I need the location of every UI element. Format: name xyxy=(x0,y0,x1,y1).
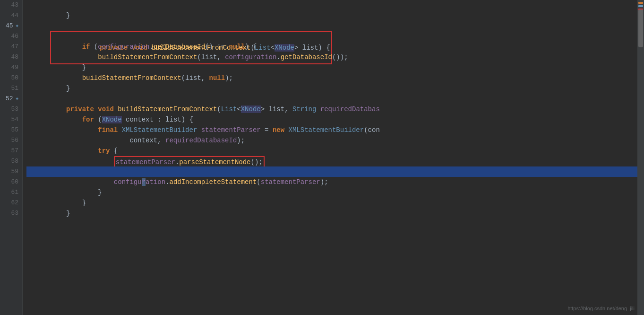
scrollbar-thumb[interactable] xyxy=(638,9,643,47)
line-52: 52 ◈ xyxy=(4,94,18,104)
line-62: 62 xyxy=(4,198,18,208)
code-line-48: } xyxy=(26,52,637,62)
code-line-52: private void buildStatementFromContext(L… xyxy=(26,94,637,104)
line-46: 46 xyxy=(4,31,18,42)
gutter-mark-2 xyxy=(638,5,643,7)
line-50: 50 xyxy=(4,73,18,83)
code-line-47: buildStatementFromContext(list, configur… xyxy=(26,42,637,52)
code-line-56: try { xyxy=(26,135,637,146)
line-58: 58 xyxy=(4,156,18,166)
code-line-51 xyxy=(26,83,637,94)
line-48: 48 xyxy=(4,52,18,62)
line-55: 55 xyxy=(4,125,18,135)
gutter-mark-1 xyxy=(638,2,643,4)
watermark: https://blog.csdn.net/deng_jili xyxy=(567,306,635,311)
code-line-50: } xyxy=(26,73,637,83)
code-line-59: configuration.addIncompleteStatement(sta… xyxy=(26,166,637,177)
line-63: 63 xyxy=(4,208,18,219)
code-line-60: } xyxy=(26,177,637,187)
code-line-63 xyxy=(26,208,637,219)
line-43: 43 xyxy=(4,0,18,10)
code-line-58: } catch (IncompleteElementException e) { xyxy=(26,156,637,166)
code-line-61: } xyxy=(26,187,637,198)
right-gutter xyxy=(637,0,644,315)
code-line-62: } xyxy=(26,198,637,208)
line-44: 44 xyxy=(4,10,18,21)
code-line-49: buildStatementFromContext(list, null); xyxy=(26,62,637,73)
code-line-44 xyxy=(26,10,637,21)
code-line-53: for (XNode context : list) { xyxy=(26,104,637,114)
line-61: 61 xyxy=(4,187,18,198)
line-56: 56 xyxy=(4,135,18,146)
code-line-55: context, requiredDatabaseId); xyxy=(26,125,637,135)
line-numbers: 43 44 45 ◈ 46 47 48 49 50 51 52 ◈ 53 54 … xyxy=(0,0,23,315)
code-line-46: if (configuration.getDatabaseId() != nul… xyxy=(26,31,637,42)
line-45: 45 ◈ xyxy=(4,21,18,31)
line-49: 49 xyxy=(4,62,18,73)
line-57: 57 xyxy=(4,146,18,156)
line-54: 54 xyxy=(4,114,18,125)
code-line-57: statementParser.parseStatementNode(); xyxy=(26,146,637,156)
code-line-54: final XMLStatementBuilder statementParse… xyxy=(26,114,637,125)
code-line-45: private void buildStatementFromContext(L… xyxy=(26,21,637,31)
line-60: 60 xyxy=(4,177,18,187)
line-51: 51 xyxy=(4,83,18,94)
code-content: } private void buildStatementFromContext… xyxy=(23,0,637,315)
line-59: 59 xyxy=(4,166,18,177)
code-line-43: } xyxy=(26,0,637,10)
line-47: 47 xyxy=(4,42,18,52)
line-53: 53 xyxy=(4,104,18,114)
code-editor: 43 44 45 ◈ 46 47 48 49 50 51 52 ◈ 53 54 … xyxy=(0,0,644,315)
